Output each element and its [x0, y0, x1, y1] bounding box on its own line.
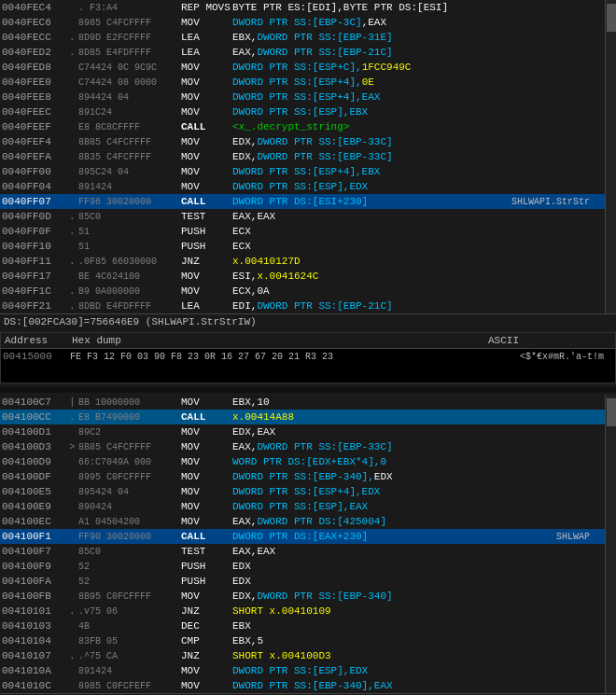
disasm-row[interactable]: 004100E5 895424 04MOVDWORD PTR SS:[ESP+4… [0, 484, 605, 499]
row-bytes: 83FB 05 [78, 636, 181, 646]
row-bytes: .v75 06 [78, 606, 181, 617]
row-address: 004100F1 [2, 531, 69, 542]
row-operand: ESI, [232, 271, 257, 282]
top-scrollbar-thumb[interactable] [607, 4, 616, 32]
disasm-row[interactable]: 0040FF17 BE 4C624100MOVESI,x.0041624C [0, 269, 605, 284]
row-address: 0040FEE0 [2, 76, 69, 88]
disasm-row[interactable]: 004100F1 FF90 30020000CALLDWORD PTR DS:[… [0, 529, 605, 544]
row-address: 0040FEFA [2, 151, 69, 162]
disasm-row[interactable]: 0040FF07 FF96 30020000CALLDWORD PTR DS:[… [0, 194, 605, 209]
row-bytes: 89C2 [78, 427, 181, 438]
disasm-row[interactable]: 004100DF 8995 C0FCFFFFMOVDWORD PTR SS:[E… [0, 469, 605, 484]
top-disasm-rows: 0040FEC4 . F3:A4REP MOVSBYTE PTR ES:[EDI… [0, 0, 605, 313]
row-mnemonic: MOV [181, 396, 232, 408]
disasm-row[interactable]: 0040FEFA 8B35 C4FCFFFFMOVEDX,DWORD PTR S… [0, 149, 605, 164]
disasm-row[interactable]: 004100F7 85C0TESTEAX,EAX [0, 544, 605, 559]
row-bytes: 85C0 [78, 547, 181, 557]
disasm-row[interactable]: 004100CC.E8 B7490000CALLx.00414A88 [0, 410, 605, 424]
bottom-scrollbar-thumb[interactable] [607, 398, 616, 426]
row-mnemonic: MOV [181, 151, 232, 162]
disasm-row[interactable]: 0040FEC6 8985 C4FCFFFFMOVDWORD PTR SS:[E… [0, 15, 605, 30]
row-bytes: 66:C7049A 000 [78, 457, 181, 467]
disasm-row[interactable]: 0040FF10 51PUSHECX [0, 239, 605, 254]
disasm-row[interactable]: 0040FF04 891424MOVDWORD PTR SS:[ESP],EDX [0, 179, 605, 194]
row-dot: . [69, 605, 78, 617]
disasm-row[interactable]: 004100EC A1 04504200MOVEAX,DWORD PTR DS:… [0, 514, 605, 529]
row-mnemonic: PUSH [181, 226, 232, 237]
bottom-scrollbar[interactable] [605, 395, 616, 693]
row-mnemonic: MOV [181, 181, 232, 192]
row-address: 0040FECC [2, 32, 69, 43]
row-operand: DWORD PTR SS:[EBP-21C] [257, 47, 392, 58]
disasm-row[interactable]: 004100D9 66:C7049A 000MOVWORD PTR DS:[ED… [0, 454, 605, 469]
hex-dump-header: Hex dump [72, 335, 488, 346]
disasm-row[interactable]: 004100D3>8B85 C4FCFFFFMOVEAX,DWORD PTR S… [0, 439, 605, 454]
row-operand: EAX, [232, 441, 257, 452]
row-operand: DWORD PTR SS:[ESP+C], [232, 62, 362, 73]
row-operand: DWORD PTR SS:[EBP-33C] [257, 151, 392, 162]
row-address: 0040FF00 [2, 166, 69, 177]
row-mnemonic: MOV [181, 285, 232, 297]
disasm-row[interactable]: 004100C7|BB 10000000MOVEBX,10 [0, 395, 605, 410]
disasm-row[interactable]: 0040FF1C.B9 0A000000MOVECX,0A [0, 284, 605, 299]
disasm-row[interactable]: 004100F9 52PUSHEDX [0, 559, 605, 574]
disasm-row[interactable]: 00410104 83FB 05CMPEBX,5 [0, 633, 605, 648]
disasm-row[interactable]: 0040FEF4 8B85 C4FCFFFFMOVEDX,DWORD PTR S… [0, 134, 605, 149]
disasm-row[interactable]: 00410103 4BDECEBX [0, 619, 605, 633]
row-mnemonic: MOV [181, 426, 232, 438]
row-bytes: 8B85 C4FCFFFF [78, 137, 181, 147]
disasm-row[interactable]: 0040FF11..0F85 66030000JNZx.00410127D [0, 254, 605, 269]
disasm-row[interactable]: 0040FED8 C74424 0C 9C9CMOVDWORD PTR SS:[… [0, 60, 605, 75]
disasm-row[interactable]: 004100E9 890424MOVDWORD PTR SS:[ESP],EAX [0, 499, 605, 514]
disasm-row[interactable]: 0041010A 891424MOVDWORD PTR SS:[ESP],EDX [0, 663, 605, 678]
row-bytes: 8DBD E4FDFFFF [78, 301, 181, 312]
row-address: 0040FEEF [2, 121, 69, 132]
disasm-row[interactable]: 0040FF0D.85C0TESTEAX,EAX [0, 209, 605, 224]
disasm-row[interactable]: 0040FED2.8D85 E4FDFFFFLEAEAX,DWORD PTR S… [0, 45, 605, 60]
disasm-row[interactable]: 0040FEE0 C74424 08 0000MOVDWORD PTR SS:[… [0, 75, 605, 90]
row-operand: DWORD PTR SS:[ESP+4],EBX [232, 166, 380, 177]
row-mnemonic: MOV [181, 166, 232, 177]
disasm-row[interactable]: 0040FF21.8DBD E4FDFFFFLEAEDI,DWORD PTR S… [0, 299, 605, 313]
disasm-row[interactable]: 0040FF00 895C24 04MOVDWORD PTR SS:[ESP+4… [0, 164, 605, 179]
row-mnemonic: DEC [181, 620, 232, 632]
disasm-row[interactable]: 0040FEEF E8 8C8CFFFFCALL<x_.decrypt_stri… [0, 119, 605, 134]
row-mnemonic: MOV [181, 471, 232, 482]
disasm-row[interactable]: 0041010C 8985 C0FCFEFFMOVDWORD PTR SS:[E… [0, 678, 605, 693]
row-operand: EDI, [232, 300, 257, 312]
row-operand: EAX,EAX [232, 211, 275, 222]
row-operand: DWORD PTR SS:[EBP-33C] [257, 136, 392, 147]
disasm-row[interactable]: 004100FA 52PUSHEDX [0, 574, 605, 589]
row-mnemonic: MOV [181, 680, 232, 691]
row-mnemonic: MOV [181, 516, 232, 527]
row-operand: DWORD PTR SS:[ESP],EDX [232, 181, 368, 192]
row-operand: x.0041624C [257, 271, 318, 282]
disasm-row[interactable]: 00410101..v75 06JNZSHORT x.00410109 [0, 604, 605, 619]
row-address: 0040FEF4 [2, 136, 69, 147]
disasm-row[interactable]: 0040FEEC 891C24MOVDWORD PTR SS:[ESP],EBX [0, 104, 605, 119]
row-address: 004100F9 [2, 561, 69, 572]
disasm-row[interactable]: 004100FB 8B95 C0FCFFFFMOVEDX,DWORD PTR S… [0, 589, 605, 604]
row-mnemonic: PUSH [181, 241, 232, 252]
row-address: 004100E5 [2, 486, 69, 497]
row-bytes: B9 0A000000 [78, 286, 181, 297]
disasm-row[interactable]: 0040FF0F.51PUSHECX [0, 224, 605, 239]
top-scrollbar[interactable] [605, 0, 616, 313]
row-address: 004100D1 [2, 426, 69, 438]
row-operand: EDX [374, 471, 393, 482]
row-address: 0040FED8 [2, 62, 69, 73]
row-bytes: 8995 C0FCFFFF [78, 472, 181, 482]
row-bytes: 891424 [78, 666, 181, 676]
row-operand: DWORD PTR DS:[425004] [257, 516, 386, 527]
row-mnemonic: MOV [181, 136, 232, 147]
row-bytes: 894424 04 [78, 92, 181, 103]
row-operand: DWORD PTR SS:[ESP],EBX [232, 106, 368, 118]
disasm-row[interactable]: 0040FEE8 894424 04MOVDWORD PTR SS:[ESP+4… [0, 90, 605, 104]
row-operand: EDX, [232, 136, 257, 147]
disasm-row[interactable]: 0040FEC4 . F3:A4REP MOVSBYTE PTR ES:[EDI… [0, 0, 605, 15]
panel-separator [0, 387, 616, 393]
disasm-row[interactable]: 00410107..^75 CAJNZSHORT x.004100D3 [0, 648, 605, 663]
row-bytes: 891424 [78, 182, 181, 192]
disasm-row[interactable]: 0040FECC.8D9D E2FCFFFFLEAEBX,DWORD PTR S… [0, 30, 605, 45]
disasm-row[interactable]: 004100D1 89C2MOVEDX,EAX [0, 424, 605, 439]
